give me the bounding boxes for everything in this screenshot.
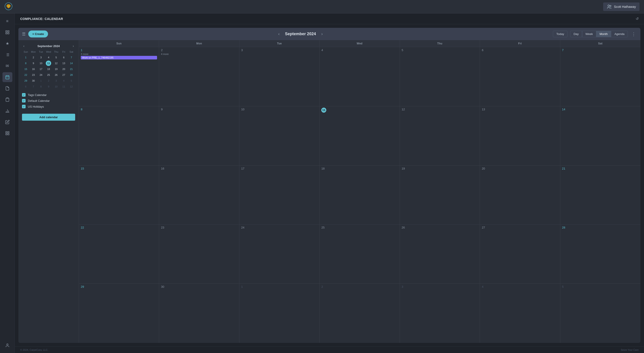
day-number[interactable]: 21 [562, 167, 638, 170]
mini-day[interactable]: 22 [23, 72, 28, 78]
cal-cell-sep8[interactable]: 8 [79, 106, 159, 165]
cal-cell-oct1[interactable]: 1 [240, 284, 320, 343]
sidebar-icon-list[interactable]: ≡ [2, 16, 12, 26]
mini-day[interactable]: 28 [69, 72, 74, 78]
mini-day[interactable]: 10 [38, 60, 44, 66]
calendar-item-holidays[interactable]: ✓ US Holidays [22, 105, 75, 108]
day-number[interactable]: 17 [241, 167, 318, 170]
day-number[interactable]: 10 [241, 108, 318, 111]
sidebar-icon-tasks[interactable] [2, 50, 12, 60]
cal-cell-sep26[interactable]: 26 [400, 225, 480, 284]
mini-day[interactable]: 8 [38, 84, 44, 89]
add-calendar-button[interactable]: Add calendar [22, 114, 75, 121]
cal-cell-oct4[interactable]: 4 [480, 284, 560, 343]
cal-cell-sep2[interactable]: 2 4 more [159, 47, 239, 106]
mini-day[interactable]: 4 [61, 78, 66, 83]
mini-day[interactable]: 18 [46, 66, 51, 72]
cal-cell-sep25[interactable]: 25 [320, 225, 400, 284]
cal-cell-sep28[interactable]: 28 [560, 225, 640, 284]
view-agenda-button[interactable]: Agenda [611, 31, 628, 37]
mini-day[interactable]: 12 [69, 84, 74, 89]
mini-day[interactable]: 4 [46, 55, 51, 60]
day-number[interactable]: 9 [161, 108, 237, 111]
more-link[interactable]: 3 more [81, 53, 157, 55]
mini-day[interactable]: 26 [54, 72, 59, 78]
calendar-item-default[interactable]: ✓ Default Calendar [22, 99, 75, 102]
mini-day[interactable]: 19 [54, 66, 59, 72]
mini-prev-button[interactable]: ‹ [22, 44, 26, 48]
day-number[interactable]: 8 [81, 108, 157, 111]
day-number[interactable]: 18 [321, 167, 398, 170]
mini-day[interactable]: 10 [54, 84, 59, 89]
day-number[interactable]: 16 [161, 167, 237, 170]
view-month-button[interactable]: Month [596, 31, 611, 37]
day-number[interactable]: 25 [321, 226, 398, 229]
cal-cell-sep19[interactable]: 19 [400, 166, 480, 225]
mini-day[interactable]: 11 [61, 84, 66, 89]
mini-day[interactable]: 1 [38, 78, 44, 83]
cal-cell-sep12[interactable]: 12 [400, 106, 480, 165]
cal-cell-sep18[interactable]: 18 [320, 166, 400, 225]
sidebar-icon-grid2[interactable] [2, 128, 12, 138]
next-month-button[interactable]: › [320, 31, 324, 37]
cal-cell-sep16[interactable]: 16 [159, 166, 239, 225]
more-link[interactable]: 4 more [161, 53, 237, 55]
day-number[interactable]: 26 [402, 226, 478, 229]
mini-day[interactable]: 9 [31, 60, 36, 66]
day-number[interactable]: 19 [402, 167, 478, 170]
mini-day[interactable]: 2 [31, 55, 36, 60]
day-number[interactable]: 12 [402, 108, 478, 111]
day-number[interactable]: 30 [161, 285, 237, 288]
mini-day[interactable]: 3 [54, 78, 59, 83]
mini-day[interactable]: 13 [61, 60, 66, 66]
sidebar-icon-edit[interactable] [2, 117, 12, 127]
sidebar-icon-doc[interactable] [2, 83, 12, 93]
cal-cell-sep10[interactable]: 10 [240, 106, 320, 165]
day-number[interactable]: 13 [482, 108, 558, 111]
mini-day[interactable]: 15 [23, 66, 28, 72]
create-button[interactable]: + Create [28, 30, 48, 37]
mini-day[interactable]: 5 [69, 78, 74, 83]
cal-cell-sep7[interactable]: 7 [560, 47, 640, 106]
refresh-icon[interactable]: ↺ [636, 16, 638, 21]
cal-cell-sep9[interactable]: 9 [159, 106, 239, 165]
mini-day[interactable]: 20 [61, 66, 66, 72]
mini-day-today[interactable]: 11 [46, 60, 51, 66]
day-number[interactable]: 3 [241, 48, 318, 52]
day-number[interactable]: 24 [241, 226, 318, 229]
mini-day[interactable]: 12 [54, 60, 59, 66]
cal-cell-oct3[interactable]: 3 [400, 284, 480, 343]
day-number[interactable]: 28 [562, 226, 638, 229]
mini-next-button[interactable]: › [71, 44, 75, 48]
day-number[interactable]: 27 [482, 226, 558, 229]
cal-cell-sep13[interactable]: 13 [480, 106, 560, 165]
day-number[interactable]: 7 [562, 48, 638, 52]
day-number[interactable]: 15 [81, 167, 157, 170]
day-number[interactable]: 2 [161, 48, 237, 52]
cal-cell-sep27[interactable]: 27 [480, 225, 560, 284]
cal-cell-sep5[interactable]: 5 [400, 47, 480, 106]
view-week-button[interactable]: Week [582, 31, 596, 37]
event-pill[interactable]: Work on PRE_1_746492195 [81, 56, 157, 59]
today-button[interactable]: Today [553, 31, 568, 37]
mini-day[interactable]: 6 [23, 84, 28, 89]
day-number[interactable]: 1 [81, 48, 157, 52]
mini-day[interactable]: 7 [69, 55, 74, 60]
day-number[interactable]: 2 [321, 285, 398, 288]
cal-cell-sep24[interactable]: 24 [240, 225, 320, 284]
tags-calendar-checkbox[interactable]: ✓ [22, 93, 26, 97]
sidebar-icon-star[interactable]: ★ [2, 38, 12, 48]
mini-day[interactable]: 24 [38, 72, 44, 78]
cal-cell-sep21[interactable]: 21 [560, 166, 640, 225]
mini-day[interactable]: 7 [31, 84, 36, 89]
cal-cell-sep1[interactable]: 1 3 more Work on PRE_1_746492195 [79, 47, 159, 106]
mini-day[interactable]: 6 [61, 55, 66, 60]
mini-day[interactable]: 29 [23, 78, 28, 83]
mini-day[interactable]: 17 [38, 66, 44, 72]
prev-month-button[interactable]: ‹ [276, 31, 282, 37]
mini-day[interactable]: 14 [69, 60, 74, 66]
mini-day[interactable]: 1 [23, 55, 28, 60]
menu-icon[interactable]: ☰ [22, 32, 26, 36]
cal-cell-sep20[interactable]: 20 [480, 166, 560, 225]
mini-day[interactable]: 30 [31, 78, 36, 83]
